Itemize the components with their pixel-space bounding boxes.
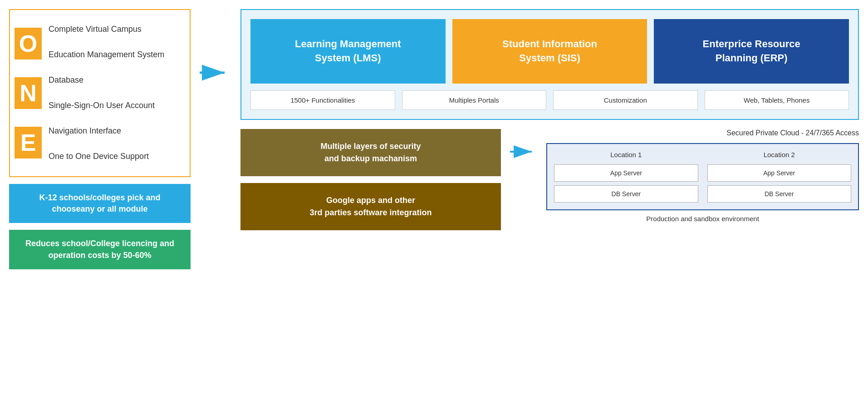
feature-item: 1500+ Functionalities bbox=[250, 90, 395, 110]
location-1-box: Location 1 App Server DB Server bbox=[554, 151, 698, 203]
features-row: 1500+ Functionalities Multiples Portals … bbox=[250, 90, 849, 110]
main-container: O N E Complete Virtual Campus Education … bbox=[9, 9, 859, 269]
one-box: O N E Complete Virtual Campus Education … bbox=[9, 9, 191, 177]
location-2-box: Location 2 App Server DB Server bbox=[707, 151, 851, 203]
cloud-arrow-container bbox=[510, 129, 537, 161]
erp-system: Enterprice ResourcePlanning (ERP) bbox=[654, 19, 849, 84]
letter-e: E bbox=[15, 127, 42, 158]
list-item: Education Management System bbox=[49, 50, 164, 60]
location-2-title: Location 2 bbox=[707, 151, 851, 158]
lms-system: Learning ManagementSystem (LMS) bbox=[250, 19, 446, 84]
blue-box-text: K-12 schools/colleges pick andchooseany … bbox=[39, 193, 160, 213]
db-server-2: DB Server bbox=[707, 185, 851, 203]
systems-row: Learning ManagementSystem (LMS) Student … bbox=[250, 19, 849, 84]
lms-label: Learning ManagementSystem (LMS) bbox=[295, 37, 401, 65]
list-item: Database bbox=[49, 75, 164, 85]
sis-system: Student InformationSystem (SIS) bbox=[452, 19, 647, 84]
one-letters: O N E bbox=[15, 19, 42, 167]
feature-item: Multiples Portals bbox=[402, 90, 547, 110]
cloud-footer: Production and sandbox environment bbox=[546, 215, 859, 223]
list-item: Navigation Interface bbox=[49, 126, 164, 136]
erp-label: Enterprice ResourcePlanning (ERP) bbox=[703, 37, 800, 65]
security-column: Multiple layers of securityand backup ma… bbox=[240, 129, 501, 230]
bottom-section: Multiple layers of securityand backup ma… bbox=[240, 129, 859, 230]
security-text: Multiple layers of securityand backup ma… bbox=[321, 142, 421, 163]
app-server-2: App Server bbox=[707, 164, 851, 182]
db-server-1: DB Server bbox=[554, 185, 698, 203]
top-diagram: Learning ManagementSystem (LMS) Student … bbox=[240, 9, 859, 120]
letter-o: O bbox=[15, 28, 42, 59]
letter-n: N bbox=[15, 77, 42, 109]
list-item: Single-Sign-On User Account bbox=[49, 100, 164, 111]
one-items: Complete Virtual Campus Education Manage… bbox=[49, 19, 164, 167]
feature-item: Customization bbox=[553, 90, 698, 110]
blue-info-box: K-12 schools/colleges pick andchooseany … bbox=[9, 184, 191, 223]
arrow-container bbox=[200, 9, 231, 269]
security-box: Multiple layers of securityand backup ma… bbox=[240, 129, 501, 176]
right-arrow-icon bbox=[200, 64, 231, 82]
list-item: One to One Device Support bbox=[49, 151, 164, 162]
cloud-title: Secured Private Cloud - 24/7/365 Access bbox=[546, 129, 859, 137]
locations-row: Location 1 App Server DB Server Location… bbox=[554, 151, 851, 203]
location-1-title: Location 1 bbox=[554, 151, 698, 158]
feature-item: Web, Tablets, Phones bbox=[705, 90, 849, 110]
google-box: Google apps and other3rd parties softwar… bbox=[240, 183, 501, 230]
google-text: Google apps and other3rd parties softwar… bbox=[310, 196, 432, 217]
cloud-section: Secured Private Cloud - 24/7/365 Access … bbox=[546, 129, 859, 223]
list-item: Complete Virtual Campus bbox=[49, 24, 164, 35]
left-section: O N E Complete Virtual Campus Education … bbox=[9, 9, 191, 269]
cloud-arrow-icon bbox=[510, 143, 537, 161]
right-section: Learning ManagementSystem (LMS) Student … bbox=[240, 9, 859, 269]
green-info-box: Reduces school/College licencing andoper… bbox=[9, 230, 191, 269]
green-box-text: Reduces school/College licencing andoper… bbox=[25, 239, 174, 259]
cloud-inner: Location 1 App Server DB Server Location… bbox=[546, 143, 859, 210]
app-server-1: App Server bbox=[554, 164, 698, 182]
sis-label: Student InformationSystem (SIS) bbox=[502, 37, 597, 65]
